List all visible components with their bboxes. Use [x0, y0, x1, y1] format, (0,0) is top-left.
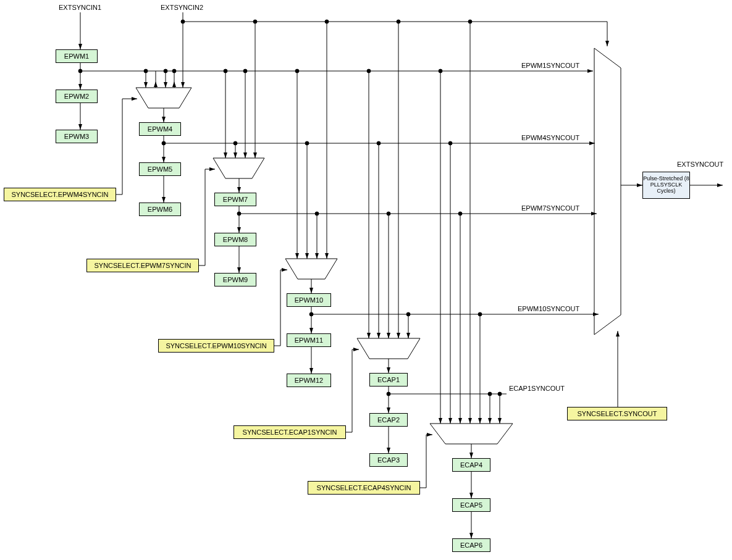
- svg-marker-103: [594, 48, 621, 335]
- label-epwm1syncout: EPWM1SYNCOUT: [521, 62, 579, 69]
- block-epwm8: EPWM8: [214, 233, 256, 246]
- block-sel-epwm4: SYNCSELECT.EPWM4SYNCIN: [4, 188, 116, 201]
- block-epwm7: EPWM7: [214, 193, 256, 206]
- label-epwm4syncout: EPWM4SYNCOUT: [521, 134, 579, 141]
- svg-marker-94: [430, 424, 513, 444]
- label-epwm10syncout: EPWM10SYNCOUT: [518, 305, 579, 312]
- svg-marker-70: [285, 259, 337, 279]
- block-ecap3: ECAP3: [369, 453, 408, 467]
- block-epwm10: EPWM10: [287, 293, 331, 307]
- block-sel-syncout: SYNCSELECT.SYNCOUT: [567, 407, 667, 420]
- block-epwm3: EPWM3: [56, 130, 98, 143]
- block-sel-epwm7: SYNCSELECT.EPWM7SYNCIN: [86, 259, 199, 272]
- block-epwm2: EPWM2: [56, 90, 98, 103]
- block-pulse-stretched: Pulse-Stretched (8 PLLSYSCLK Cycles): [642, 172, 690, 199]
- svg-marker-53: [213, 158, 264, 178]
- block-epwm11: EPWM11: [287, 333, 331, 347]
- block-sel-ecap1: SYNCSELECT.ECAP1SYNCIN: [233, 425, 346, 439]
- svg-point-35: [164, 69, 167, 73]
- label-extsyncin2: EXTSYNCIN2: [161, 4, 203, 11]
- block-epwm12: EPWM12: [287, 374, 331, 387]
- block-sel-epwm10: SYNCSELECT.EPWM10SYNCIN: [158, 339, 274, 353]
- label-epwm7syncout: EPWM7SYNCOUT: [521, 204, 579, 212]
- block-epwm6: EPWM6: [139, 203, 181, 216]
- block-epwm9: EPWM9: [214, 273, 256, 286]
- block-ecap5: ECAP5: [452, 498, 490, 512]
- block-ecap1: ECAP1: [369, 373, 408, 387]
- block-ecap6: ECAP6: [452, 538, 490, 552]
- block-ecap2: ECAP2: [369, 413, 408, 427]
- label-extsyncin1: EXTSYNCIN1: [59, 4, 101, 11]
- svg-marker-28: [136, 88, 191, 108]
- label-extsyncout: EXTSYNCOUT: [677, 161, 723, 168]
- diagram-canvas: [0, 0, 732, 560]
- svg-point-36: [172, 69, 176, 73]
- svg-point-55: [243, 69, 247, 73]
- block-sel-ecap4: SYNCSELECT.ECAP4SYNCIN: [308, 481, 420, 495]
- block-epwm5: EPWM5: [139, 162, 181, 176]
- block-epwm4: EPWM4: [139, 122, 181, 136]
- block-epwm1: EPWM1: [56, 49, 98, 63]
- block-ecap4: ECAP4: [452, 458, 490, 472]
- label-ecap1syncout: ECAP1SYNCOUT: [509, 385, 565, 392]
- svg-point-99: [498, 392, 502, 396]
- svg-marker-83: [357, 338, 420, 359]
